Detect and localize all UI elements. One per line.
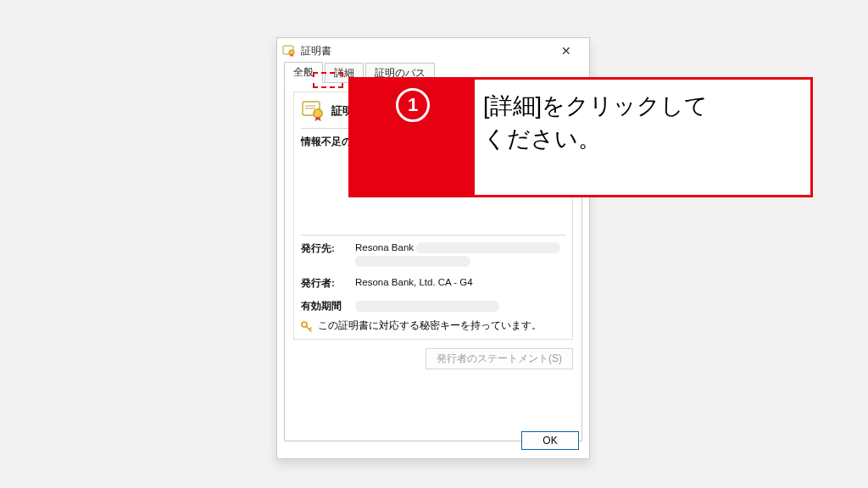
annotation-callout: 1 [詳細]をクリックして ください。 [348, 77, 813, 197]
validity-label: 有効期間 [301, 300, 355, 313]
dialog-title: 証明書 [301, 44, 550, 58]
annotation-text: [詳細]をクリックして ください。 [475, 80, 810, 195]
svg-point-5 [314, 109, 322, 118]
issued-to-label: 発行先: [301, 242, 355, 267]
certificate-award-icon [301, 99, 325, 123]
redacted-text [355, 301, 499, 312]
issuer-row: 発行者: Resona Bank, Ltd. CA - G4 [294, 270, 572, 293]
issuer-label: 発行者: [301, 277, 355, 290]
redacted-text [416, 242, 560, 253]
validity-row: 有効期間 [294, 293, 572, 314]
close-button[interactable]: ✕ [550, 41, 582, 61]
issued-to-value: Resona Bank [355, 242, 414, 252]
annotation-number-box: 1 [351, 80, 475, 195]
redacted-text [355, 256, 470, 267]
issuer-value: Resona Bank, Ltd. CA - G4 [355, 277, 565, 290]
titlebar[interactable]: 証明書 ✕ [277, 38, 589, 64]
tab-general[interactable]: 全般 [284, 62, 323, 83]
issuer-statement-button: 発行者のステートメント(S) [426, 348, 573, 369]
ok-button[interactable]: OK [521, 431, 579, 450]
certificate-icon [282, 44, 296, 58]
issued-to-row: 発行先: Resona Bank [294, 236, 572, 270]
private-key-note-row: この証明書に対応する秘密キーを持っています。 [294, 314, 572, 339]
annotation-step-number: 1 [396, 88, 430, 122]
key-icon [301, 320, 313, 332]
private-key-note: この証明書に対応する秘密キーを持っています。 [318, 319, 542, 332]
